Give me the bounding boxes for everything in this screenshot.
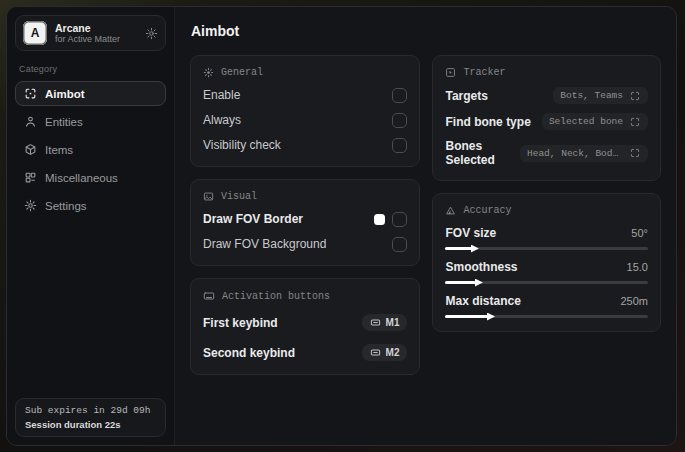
slider-thumb[interactable]: [471, 245, 479, 253]
grid-icon: [24, 171, 37, 184]
setting-label: Targets: [445, 89, 487, 103]
setting-row-enable: Enable: [203, 87, 407, 103]
setting-label: Always: [203, 113, 241, 127]
brand-text: Arcane for Active Matter: [55, 22, 137, 44]
draw-fov-background-checkbox[interactable]: [392, 237, 407, 252]
fov-size-slider-group: FOV size 50°: [445, 226, 648, 250]
targets-dropdown[interactable]: Bots, Teams: [553, 87, 648, 104]
left-column: General Enable Always Visibility check: [190, 55, 420, 375]
crosshair-scan-icon: [24, 87, 37, 100]
expand-icon: [630, 117, 641, 127]
sidebar-item-label: Entities: [45, 116, 83, 128]
slider-label: FOV size: [445, 226, 496, 240]
accuracy-title: Accuracy: [463, 205, 511, 216]
setting-label: Find bone type: [445, 115, 530, 129]
slider-label: Max distance: [445, 294, 520, 308]
brand-name: Arcane: [55, 22, 137, 34]
sidebar-item-label: Items: [45, 144, 73, 156]
sidebar-item-settings[interactable]: Settings: [15, 193, 166, 218]
max-distance-slider[interactable]: [445, 315, 648, 318]
expand-icon: [630, 148, 641, 158]
session-duration-text: Session duration 22s: [25, 419, 156, 430]
dropdown-value: Bots, Teams: [560, 90, 623, 101]
visual-header: Visual: [203, 191, 407, 202]
tracker-header: Tracker: [445, 67, 648, 78]
sidebar-item-miscellaneous[interactable]: Miscellaneous: [15, 165, 166, 190]
keybind-value: M1: [386, 317, 400, 328]
image-icon: [203, 191, 214, 202]
sidebar-item-label: Aimbot: [45, 88, 85, 100]
draw-fov-border-checkbox[interactable]: [392, 212, 407, 227]
setting-label: Visibility check: [203, 138, 281, 152]
sidebar-item-label: Miscellaneous: [45, 172, 118, 184]
brand-card: A Arcane for Active Matter: [15, 15, 166, 51]
setting-row-draw-fov-background: Draw FOV Background: [203, 236, 407, 252]
slider-fill: [445, 281, 475, 284]
setting-row-second-keybind: Second keybind M2: [203, 344, 407, 361]
right-column: Tracker Targets Bots, Teams: [432, 55, 661, 332]
dropdown-value: Selected bone: [549, 116, 623, 127]
sun-icon: [203, 67, 214, 78]
desktop-background: A Arcane for Active Matter Category: [0, 0, 685, 452]
sidebar-item-items[interactable]: Items: [15, 137, 166, 162]
person-icon: [24, 115, 37, 128]
general-header: General: [203, 67, 407, 78]
setting-label: Enable: [203, 88, 240, 102]
setting-row-always: Always: [203, 112, 407, 128]
activation-title: Activation buttons: [222, 291, 330, 302]
brand-subtitle: for Active Matter: [55, 34, 137, 44]
fov-border-color-swatch[interactable]: [374, 214, 385, 225]
visual-title: Visual: [221, 191, 257, 202]
tracker-title: Tracker: [463, 67, 505, 78]
general-title: General: [221, 67, 263, 78]
setting-label: Second keybind: [203, 346, 295, 360]
setting-row-bones-selected: Bones Selected Head, Neck, Body, Pe..: [445, 139, 648, 167]
activation-header: Activation buttons: [203, 290, 407, 302]
keybind-key-icon: [370, 347, 381, 358]
sidebar-item-label: Settings: [45, 200, 87, 212]
sidebar-item-entities[interactable]: Entities: [15, 109, 166, 134]
visibility-check-checkbox[interactable]: [392, 138, 407, 153]
setting-row-first-keybind: First keybind M1: [203, 314, 407, 331]
setting-label: Bones Selected: [445, 139, 520, 167]
setting-label: First keybind: [203, 316, 278, 330]
slider-value: 15.0: [627, 261, 648, 273]
fov-size-slider[interactable]: [445, 247, 648, 250]
sidebar-item-aimbot[interactable]: Aimbot: [15, 81, 166, 106]
first-keybind-button[interactable]: M1: [362, 314, 408, 331]
keyboard-icon: [203, 290, 215, 302]
slider-thumb[interactable]: [475, 279, 483, 287]
smoothness-slider[interactable]: [445, 281, 648, 284]
setting-label: Draw FOV Border: [203, 212, 303, 226]
always-checkbox[interactable]: [392, 113, 407, 128]
sidebar-nav: Aimbot Entities: [15, 81, 166, 221]
settings-gear-icon[interactable]: [145, 27, 158, 40]
target-box-icon: [445, 67, 456, 78]
sub-expiry-text: Sub expires in 29d 09h: [25, 405, 156, 416]
gear-icon: [24, 199, 37, 212]
slider-fill: [445, 315, 488, 318]
activation-buttons-card: Activation buttons First keybind: [190, 278, 420, 375]
general-card: General Enable Always Visibility check: [190, 55, 420, 167]
find-bone-type-dropdown[interactable]: Selected bone: [542, 113, 648, 130]
app-window: A Arcane for Active Matter Category: [6, 6, 677, 446]
second-keybind-button[interactable]: M2: [362, 344, 408, 361]
setting-row-find-bone-type: Find bone type Selected bone: [445, 113, 648, 130]
enable-checkbox[interactable]: [392, 88, 407, 103]
bones-selected-dropdown[interactable]: Head, Neck, Body, Pe..: [520, 145, 648, 162]
keybind-value: M2: [386, 347, 400, 358]
tracker-card: Tracker Targets Bots, Teams: [432, 55, 661, 181]
setting-row-draw-fov-border: Draw FOV Border: [203, 211, 407, 227]
page-title: Aimbot: [191, 23, 661, 39]
slider-label: Smoothness: [445, 260, 517, 274]
visual-card: Visual Draw FOV Border Draw FOV Backgrou…: [190, 179, 420, 266]
smoothness-slider-group: Smoothness 15.0: [445, 260, 648, 284]
keybind-key-icon: [370, 317, 381, 328]
slider-value: 250m: [620, 295, 648, 307]
accuracy-header: Accuracy: [445, 205, 648, 216]
slider-thumb[interactable]: [487, 313, 495, 321]
accuracy-card: Accuracy FOV size 50°: [432, 193, 661, 332]
dropdown-value: Head, Neck, Body, Pe..: [527, 148, 623, 159]
setting-label: Draw FOV Background: [203, 237, 326, 251]
subscription-info-card: Sub expires in 29d 09h Session duration …: [15, 398, 166, 437]
